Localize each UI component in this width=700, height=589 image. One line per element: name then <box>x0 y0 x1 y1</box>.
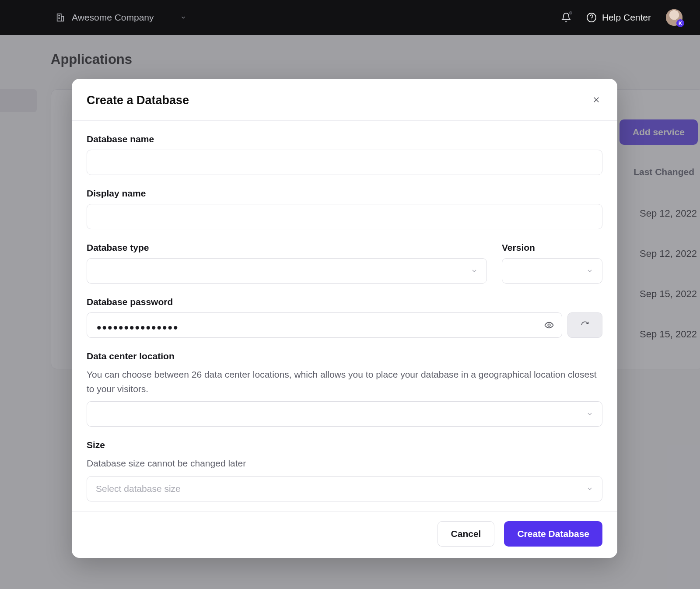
chevron-down-icon <box>180 14 186 21</box>
chevron-down-icon <box>471 267 478 274</box>
cancel-button[interactable]: Cancel <box>438 521 495 547</box>
cancel-label: Cancel <box>451 529 481 539</box>
help-datacenter-location: You can choose between 26 data center lo… <box>87 368 602 396</box>
field-version: Version <box>502 242 602 284</box>
select-database-type[interactable] <box>87 258 487 284</box>
regenerate-password-button[interactable] <box>567 312 602 338</box>
label-datacenter-location: Data center location <box>87 351 602 361</box>
chevron-down-icon <box>586 267 593 274</box>
user-avatar[interactable]: K <box>666 9 682 26</box>
top-header: Awesome Company Help Center K <box>0 0 700 35</box>
create-label: Create Database <box>517 529 589 539</box>
select-datacenter-location[interactable] <box>87 401 602 427</box>
refresh-icon <box>581 321 589 330</box>
eye-icon <box>544 320 554 330</box>
avatar-badge: K <box>676 19 684 27</box>
svg-rect-1 <box>61 16 64 21</box>
input-display-name[interactable] <box>87 204 602 229</box>
create-database-button[interactable]: Create Database <box>504 521 602 547</box>
svg-point-9 <box>548 324 550 326</box>
label-database-name: Database name <box>87 134 602 144</box>
svg-rect-0 <box>57 14 61 21</box>
field-database-type: Database type <box>87 242 487 284</box>
field-database-password: Database password ••••••••••••••• <box>87 297 602 338</box>
row-type-version: Database type Version <box>87 242 602 284</box>
help-size: Database size cannot be changed later <box>87 456 602 471</box>
label-version: Version <box>502 242 602 253</box>
input-database-password[interactable]: ••••••••••••••• <box>87 312 562 338</box>
label-size: Size <box>87 440 602 450</box>
chevron-down-icon <box>586 485 593 492</box>
label-display-name: Display name <box>87 188 602 199</box>
modal-footer: Cancel Create Database <box>72 511 617 558</box>
field-datacenter-location: Data center location You can choose betw… <box>87 351 602 427</box>
create-database-modal: Create a Database Database name Display … <box>72 79 617 558</box>
header-right: Help Center K <box>561 9 682 26</box>
chevron-down-icon <box>586 410 593 417</box>
close-button[interactable] <box>590 94 602 106</box>
input-database-name[interactable] <box>87 150 602 175</box>
company-switcher[interactable]: Awesome Company <box>55 12 186 23</box>
select-version[interactable] <box>502 258 602 284</box>
select-size[interactable]: Select database size <box>87 476 602 501</box>
toggle-password-visibility-button[interactable] <box>542 319 556 332</box>
modal-title: Create a Database <box>87 94 189 107</box>
field-database-name: Database name <box>87 134 602 175</box>
modal-body: Database name Display name Database type… <box>72 121 617 511</box>
password-row: ••••••••••••••• <box>87 312 602 338</box>
help-center-link[interactable]: Help Center <box>586 12 651 23</box>
help-icon <box>586 12 597 23</box>
label-database-type: Database type <box>87 242 487 253</box>
field-display-name: Display name <box>87 188 602 229</box>
company-name: Awesome Company <box>72 12 154 23</box>
company-icon <box>55 12 66 23</box>
field-size: Size Database size cannot be changed lat… <box>87 440 602 501</box>
notification-dot <box>569 11 572 14</box>
select-placeholder: Select database size <box>96 484 181 494</box>
modal-header: Create a Database <box>72 79 617 121</box>
password-masked-value: ••••••••••••••• <box>97 321 179 334</box>
notifications-button[interactable] <box>561 12 571 23</box>
close-icon <box>592 96 600 104</box>
label-database-password: Database password <box>87 297 602 307</box>
help-label: Help Center <box>602 12 651 23</box>
svg-point-6 <box>591 20 592 21</box>
